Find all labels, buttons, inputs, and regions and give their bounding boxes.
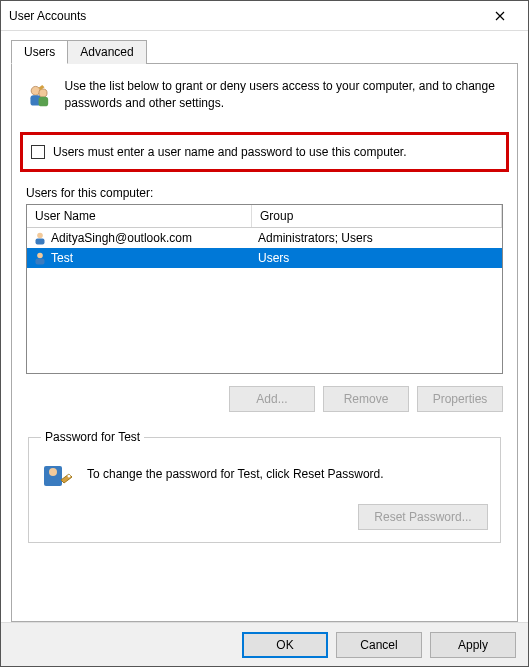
require-password-row-highlight: Users must enter a user name and passwor… — [20, 132, 509, 172]
listview-header: User Name Group — [27, 205, 502, 228]
window-title: User Accounts — [9, 9, 480, 23]
user-row[interactable]: AdityaSingh@outlook.com Administrators; … — [27, 228, 502, 248]
client-area: Users Advanced Use the list below to gra… — [1, 31, 528, 666]
close-icon — [495, 11, 505, 21]
ok-button[interactable]: OK — [242, 632, 328, 658]
key-icon — [41, 458, 73, 490]
svg-point-2 — [39, 89, 47, 97]
tab-users[interactable]: Users — [11, 40, 68, 64]
svg-point-9 — [49, 468, 57, 476]
reset-password-button[interactable]: Reset Password... — [358, 504, 488, 530]
users-icon — [26, 78, 53, 114]
intro-row: Use the list below to grant or deny user… — [26, 78, 503, 114]
users-list-label: Users for this computer: — [26, 186, 503, 200]
user-name-cell: AdityaSingh@outlook.com — [51, 231, 192, 245]
properties-button[interactable]: Properties — [417, 386, 503, 412]
password-groupbox-legend: Password for Test — [41, 430, 144, 444]
svg-point-6 — [37, 253, 43, 259]
user-group-cell: Administrators; Users — [258, 231, 373, 245]
users-listview[interactable]: User Name Group AdityaSingh@outlook.com … — [26, 204, 503, 374]
password-groupbox: Password for Test To change the password… — [28, 430, 501, 543]
user-accounts-window: User Accounts Users Advanced Use the lis… — [0, 0, 529, 667]
titlebar: User Accounts — [1, 1, 528, 31]
cancel-button[interactable]: Cancel — [336, 632, 422, 658]
svg-point-10 — [68, 475, 71, 478]
column-header-username[interactable]: User Name — [27, 205, 252, 227]
close-button[interactable] — [480, 2, 520, 30]
column-header-group[interactable]: Group — [252, 205, 502, 227]
user-group-cell: Users — [258, 251, 289, 265]
user-name-cell: Test — [51, 251, 73, 265]
tab-strip: Users Advanced — [11, 39, 518, 63]
intro-text: Use the list below to grant or deny user… — [65, 78, 503, 112]
user-icon — [33, 231, 47, 245]
remove-button[interactable]: Remove — [323, 386, 409, 412]
tab-users-label: Users — [24, 45, 55, 59]
svg-rect-5 — [36, 239, 45, 245]
password-instruction-text: To change the password for Test, click R… — [87, 467, 488, 481]
dialog-button-bar: OK Cancel Apply — [1, 622, 528, 666]
svg-point-4 — [37, 233, 43, 239]
require-password-checkbox[interactable] — [31, 145, 45, 159]
user-row[interactable]: Test Users — [27, 248, 502, 268]
svg-rect-3 — [39, 97, 49, 107]
apply-button[interactable]: Apply — [430, 632, 516, 658]
user-buttons-row: Add... Remove Properties — [26, 386, 503, 412]
tabpanel-users: Use the list below to grant or deny user… — [11, 63, 518, 622]
svg-rect-7 — [36, 259, 45, 265]
user-icon — [33, 251, 47, 265]
add-button[interactable]: Add... — [229, 386, 315, 412]
tab-advanced[interactable]: Advanced — [67, 40, 146, 64]
tab-advanced-label: Advanced — [80, 45, 133, 59]
require-password-label: Users must enter a user name and passwor… — [53, 145, 407, 159]
